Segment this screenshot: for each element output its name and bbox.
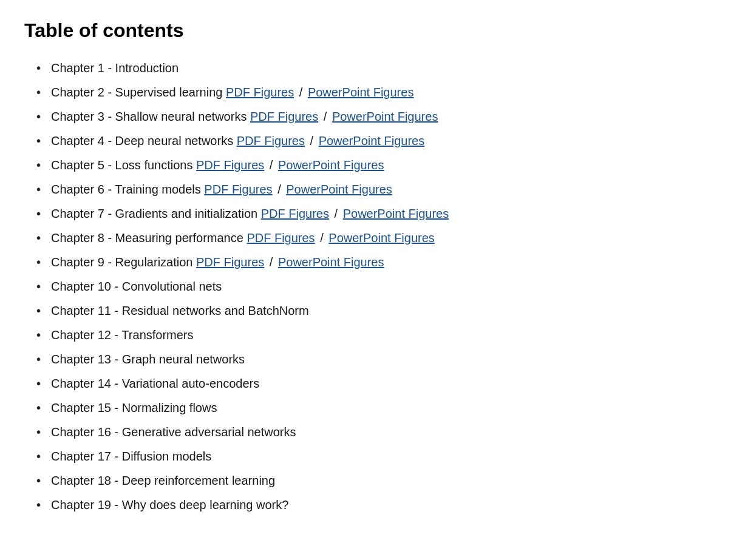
page-title: Table of contents	[24, 19, 718, 42]
chapter-9-ppt-link[interactable]: PowerPoint Figures	[278, 255, 384, 269]
chapter-5-pdf-link[interactable]: PDF Figures	[196, 158, 264, 172]
chapter-4-ppt-link[interactable]: PowerPoint Figures	[319, 134, 425, 147]
chapter-8-ppt-link[interactable]: PowerPoint Figures	[328, 231, 435, 245]
chapter-9-text: Chapter 9 - Regularization	[51, 255, 196, 269]
chapter-10-text: Chapter 10 - Convolutional nets	[51, 280, 222, 293]
list-item: Chapter 19 - Why does deep learning work…	[36, 496, 718, 514]
chapter-2-ppt-link[interactable]: PowerPoint Figures	[308, 86, 414, 99]
chapter-19-text: Chapter 19 - Why does deep learning work…	[51, 498, 288, 511]
chapter-5-text: Chapter 5 - Loss functions	[51, 158, 196, 172]
link-separator: /	[317, 231, 327, 245]
list-item: Chapter 13 - Graph neural networks	[36, 350, 718, 368]
chapter-3-text: Chapter 3 - Shallow neural networks	[51, 110, 250, 123]
link-separator: /	[331, 207, 341, 220]
chapter-5-ppt-link[interactable]: PowerPoint Figures	[278, 158, 384, 172]
link-separator: /	[307, 134, 317, 147]
chapter-17-text: Chapter 17 - Diffusion models	[51, 450, 211, 463]
chapter-7-text: Chapter 7 - Gradients and initialization	[51, 207, 261, 220]
list-item: Chapter 14 - Variational auto-encoders	[36, 374, 718, 393]
chapter-7-pdf-link[interactable]: PDF Figures	[261, 207, 329, 220]
link-separator: /	[266, 255, 276, 269]
list-item: Chapter 17 - Diffusion models	[36, 447, 718, 465]
chapter-1-text: Chapter 1 - Introduction	[51, 61, 179, 75]
list-item: Chapter 5 - Loss functions PDF Figures /…	[36, 156, 718, 174]
chapter-4-text: Chapter 4 - Deep neural networks	[51, 134, 237, 147]
chapter-18-text: Chapter 18 - Deep reinforcement learning	[51, 474, 275, 487]
chapter-3-pdf-link[interactable]: PDF Figures	[250, 110, 318, 123]
list-item: Chapter 4 - Deep neural networks PDF Fig…	[36, 132, 718, 150]
link-separator: /	[320, 110, 330, 123]
chapter-7-ppt-link[interactable]: PowerPoint Figures	[343, 207, 449, 220]
list-item: Chapter 11 - Residual networks and Batch…	[36, 302, 718, 320]
list-item: Chapter 10 - Convolutional nets	[36, 277, 718, 295]
chapter-6-ppt-link[interactable]: PowerPoint Figures	[286, 183, 392, 196]
list-item: Chapter 12 - Transformers	[36, 326, 718, 344]
chapter-2-text: Chapter 2 - Supervised learning	[51, 86, 226, 99]
toc-list: Chapter 1 - IntroductionChapter 2 - Supe…	[24, 59, 718, 514]
chapter-6-text: Chapter 6 - Training models	[51, 183, 204, 196]
chapter-8-text: Chapter 8 - Measuring performance	[51, 231, 247, 245]
chapter-3-ppt-link[interactable]: PowerPoint Figures	[332, 110, 438, 123]
link-separator: /	[266, 158, 276, 172]
chapter-2-pdf-link[interactable]: PDF Figures	[226, 86, 294, 99]
list-item: Chapter 15 - Normalizing flows	[36, 399, 718, 417]
chapter-4-pdf-link[interactable]: PDF Figures	[237, 134, 305, 147]
list-item: Chapter 1 - Introduction	[36, 59, 718, 77]
chapter-13-text: Chapter 13 - Graph neural networks	[51, 353, 245, 366]
chapter-12-text: Chapter 12 - Transformers	[51, 328, 194, 342]
chapter-15-text: Chapter 15 - Normalizing flows	[51, 401, 217, 414]
chapter-8-pdf-link[interactable]: PDF Figures	[247, 231, 315, 245]
link-separator: /	[274, 183, 285, 196]
list-item: Chapter 8 - Measuring performance PDF Fi…	[36, 229, 718, 247]
chapter-14-text: Chapter 14 - Variational auto-encoders	[51, 377, 259, 390]
chapter-6-pdf-link[interactable]: PDF Figures	[204, 183, 272, 196]
list-item: Chapter 18 - Deep reinforcement learning	[36, 471, 718, 490]
list-item: Chapter 9 - Regularization PDF Figures /…	[36, 253, 718, 271]
chapter-9-pdf-link[interactable]: PDF Figures	[196, 255, 264, 269]
list-item: Chapter 3 - Shallow neural networks PDF …	[36, 107, 718, 126]
chapter-11-text: Chapter 11 - Residual networks and Batch…	[51, 304, 309, 317]
list-item: Chapter 16 - Generative adversarial netw…	[36, 423, 718, 441]
list-item: Chapter 2 - Supervised learning PDF Figu…	[36, 83, 718, 101]
link-separator: /	[296, 86, 306, 99]
list-item: Chapter 6 - Training models PDF Figures …	[36, 180, 718, 198]
chapter-16-text: Chapter 16 - Generative adversarial netw…	[51, 425, 296, 439]
list-item: Chapter 7 - Gradients and initialization…	[36, 204, 718, 223]
